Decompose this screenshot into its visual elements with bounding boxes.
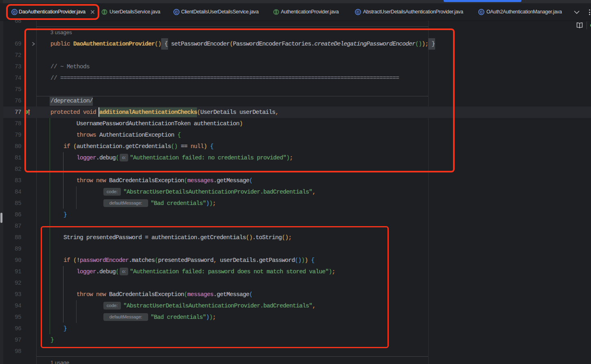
svg-text:C: C (357, 10, 359, 14)
svg-text:C: C (175, 10, 178, 14)
svg-text:C: C (480, 10, 483, 14)
